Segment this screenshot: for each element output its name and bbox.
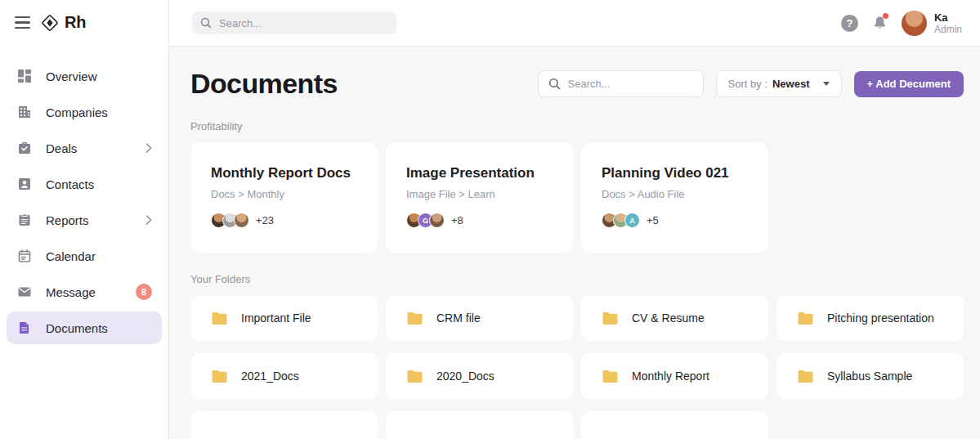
folder-label: CRM file — [436, 311, 481, 325]
folder-icon — [797, 370, 814, 383]
sidebar-item-deals[interactable]: Deals — [7, 132, 162, 164]
global-search[interactable] — [192, 11, 396, 34]
sidebar-item-documents[interactable]: Documents — [7, 311, 162, 344]
sidebar-item-contacts[interactable]: Contacts — [7, 168, 162, 200]
sidebar-item-overview[interactable]: Overview — [7, 60, 162, 92]
sidebar-item-companies[interactable]: Companies — [7, 96, 162, 128]
sidebar-item-label: Deals — [46, 141, 132, 155]
chevron-right-icon — [145, 215, 152, 225]
bell-icon[interactable] — [872, 15, 888, 31]
folders-grid: Important File CRM file CV & Resume Pitc… — [190, 295, 964, 439]
sidebar-item-calendar[interactable]: Calendar — [7, 240, 162, 272]
avatar — [429, 213, 445, 228]
user-role: Admin — [934, 24, 962, 35]
documents-search-input[interactable] — [568, 78, 693, 90]
folder-label: CV & Resume — [632, 311, 705, 325]
search-icon — [200, 17, 212, 29]
topbar-right: ? Ka Admin — [841, 11, 962, 36]
sidebar-item-label: Documents — [46, 321, 152, 335]
avatar-extra-count: +5 — [647, 214, 659, 226]
sort-value: Newest — [772, 78, 810, 90]
folder-card[interactable]: 2021_Docs — [190, 353, 378, 399]
app-window: Rh Overview Companies Deals — [0, 0, 980, 439]
folder-card[interactable]: CV & Resume — [581, 295, 768, 341]
document-card-path: Image File > Learn — [406, 188, 553, 200]
brand-name: Rh — [65, 13, 86, 32]
message-icon — [16, 284, 33, 300]
help-icon[interactable]: ? — [841, 15, 858, 32]
documents-icon — [16, 320, 33, 336]
avatar — [234, 213, 249, 228]
chevron-right-icon — [145, 143, 152, 153]
avatar-group: G +8 — [406, 213, 553, 228]
avatar: A — [624, 213, 640, 228]
folder-card[interactable]: Important File — [190, 295, 378, 341]
user-avatar — [902, 11, 927, 36]
document-card[interactable]: Planning Video 021 Docs > Audio File A +… — [581, 142, 768, 253]
sidebar-item-label: Reports — [46, 213, 132, 227]
sidebar-item-message[interactable]: Message 8 — [7, 275, 162, 308]
document-card[interactable]: Monthly Report Docs Docs > Monthly +23 — [190, 142, 378, 253]
content: Documents Sort by : Newest + Add Decumen… — [169, 47, 980, 439]
sidebar-nav: Overview Companies Deals — [0, 60, 168, 344]
folder-label: Monthly Report — [632, 370, 709, 383]
folder-card[interactable]: Monthly Report — [581, 353, 768, 399]
folder-label: 2020_Docs — [436, 370, 494, 383]
deals-icon — [16, 140, 33, 156]
brand-logo[interactable]: Rh — [41, 13, 86, 32]
sidebar-item-label: Message — [46, 285, 123, 299]
avatar-extra-count: +8 — [451, 214, 463, 226]
user-menu[interactable]: Ka Admin — [902, 11, 962, 36]
documents-search[interactable] — [538, 70, 704, 97]
notification-dot — [883, 13, 888, 19]
sidebar-item-label: Overview — [46, 69, 152, 83]
folder-card[interactable]: CRM file — [386, 295, 573, 341]
document-card-title: Planning Video 021 — [602, 165, 748, 181]
global-search-input[interactable] — [219, 17, 388, 29]
avatar-group: A +5 — [602, 213, 748, 228]
logo-diamond-icon — [41, 14, 59, 32]
page-title: Documents — [190, 68, 338, 100]
menu-icon[interactable] — [15, 16, 30, 29]
folder-card[interactable]: 2020_Docs — [386, 353, 573, 399]
folder-icon — [602, 370, 619, 383]
user-name: Ka — [934, 11, 962, 24]
folder-card-partial[interactable] — [581, 411, 768, 439]
companies-icon — [16, 104, 33, 120]
sidebar-item-reports[interactable]: Reports — [7, 204, 162, 236]
folder-card[interactable]: Pitching presentation — [776, 295, 964, 341]
add-document-button[interactable]: + Add Decument — [854, 71, 964, 97]
folder-label: Important File — [241, 311, 311, 325]
topbar: ? Ka Admin — [169, 0, 980, 47]
folder-icon — [211, 370, 228, 383]
section-label-profitability: Profitability — [190, 120, 964, 132]
folder-card[interactable]: Syllabus Sample — [776, 353, 964, 399]
overview-icon — [16, 68, 33, 84]
document-card-path: Docs > Monthly — [211, 188, 357, 200]
sort-dropdown[interactable]: Sort by : Newest — [716, 70, 842, 97]
document-card-path: Docs > Audio File — [602, 188, 748, 200]
document-card-title: Image Presentation — [406, 165, 553, 181]
folder-icon — [406, 311, 423, 325]
folder-icon — [211, 311, 228, 325]
document-card[interactable]: Image Presentation Image File > Learn G … — [386, 142, 573, 253]
calendar-icon — [16, 248, 33, 264]
folder-icon — [406, 370, 423, 383]
title-row: Documents Sort by : Newest + Add Decumen… — [190, 68, 964, 100]
sidebar-item-label: Contacts — [46, 177, 152, 191]
avatar-group: +23 — [211, 213, 357, 228]
search-icon — [548, 78, 561, 90]
contacts-icon — [16, 176, 33, 192]
sort-label: Sort by : — [728, 78, 767, 90]
folder-card-partial[interactable] — [190, 411, 378, 439]
main-area: ? Ka Admin Documents — [169, 0, 980, 439]
document-card-title: Monthly Report Docs — [211, 165, 357, 181]
avatar-extra-count: +23 — [256, 214, 274, 226]
folder-label: 2021_Docs — [241, 370, 299, 383]
folder-card-partial[interactable] — [386, 411, 573, 439]
user-info: Ka Admin — [934, 11, 962, 35]
grid-spacer — [776, 142, 964, 253]
message-badge: 8 — [136, 284, 152, 300]
caret-down-icon — [823, 82, 830, 86]
profitability-cards: Monthly Report Docs Docs > Monthly +23 I… — [190, 142, 964, 253]
